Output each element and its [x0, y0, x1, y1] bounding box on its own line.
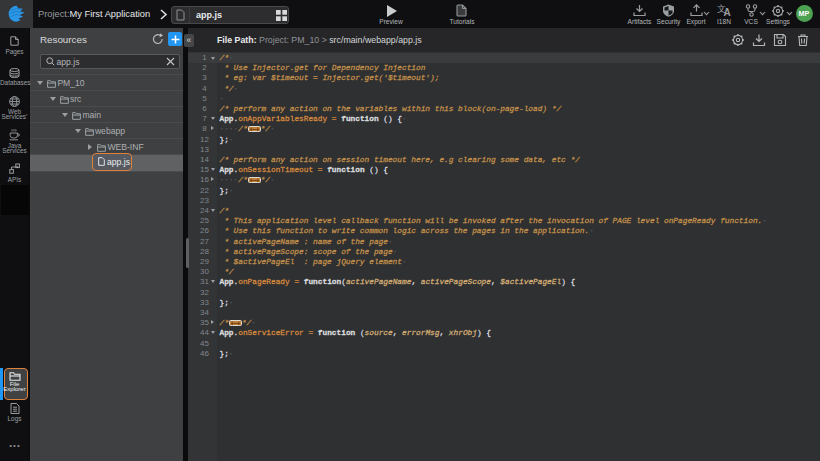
svg-text:A: A: [724, 7, 731, 17]
